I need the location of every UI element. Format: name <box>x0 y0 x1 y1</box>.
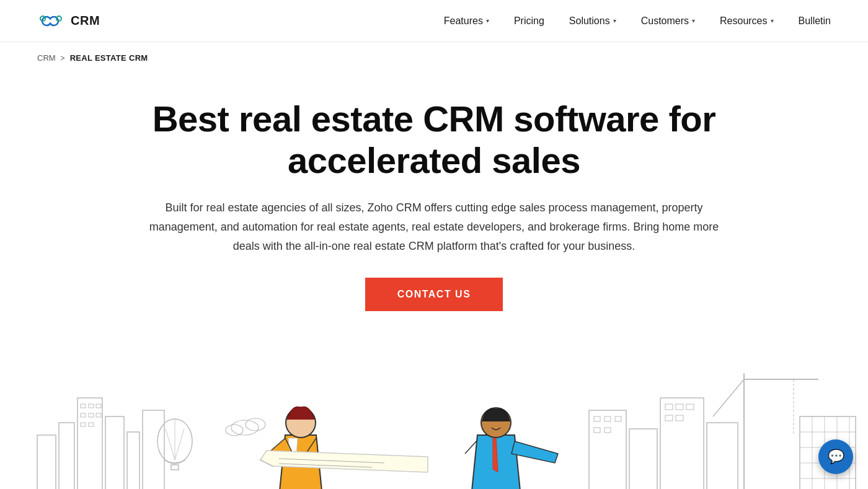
svg-rect-36 <box>604 428 611 433</box>
breadcrumb-current: REAL ESTATE CRM <box>70 53 148 63</box>
svg-rect-30 <box>660 398 704 489</box>
svg-rect-7 <box>143 410 164 489</box>
svg-rect-32 <box>594 416 600 421</box>
nav-pricing[interactable]: Pricing <box>514 15 544 27</box>
svg-rect-13 <box>96 413 101 417</box>
svg-rect-37 <box>665 404 673 410</box>
contact-us-button[interactable]: CONTACT US <box>365 278 503 311</box>
hero-title: Best real estate CRM software for accele… <box>124 99 744 181</box>
svg-rect-15 <box>89 423 94 426</box>
svg-rect-14 <box>81 423 86 426</box>
svg-rect-29 <box>629 429 657 489</box>
logo[interactable]: CRM <box>37 12 100 30</box>
svg-line-20 <box>175 429 184 460</box>
customers-chevron-icon: ▾ <box>692 17 695 24</box>
hero-subtitle: Built for real estate agencies of all si… <box>149 198 719 255</box>
hero-section: Best real estate CRM software for accele… <box>0 74 868 336</box>
header: CRM Features ▾ Pricing Solutions ▾ Custo… <box>0 0 868 42</box>
logo-icon <box>37 12 64 30</box>
svg-rect-8 <box>81 404 86 408</box>
svg-point-23 <box>226 425 243 436</box>
svg-rect-10 <box>96 404 101 408</box>
resources-chevron-icon: ▾ <box>771 17 774 24</box>
illustration-svg <box>0 336 868 489</box>
svg-rect-9 <box>89 404 94 408</box>
svg-line-44 <box>713 379 744 416</box>
svg-rect-11 <box>81 413 86 417</box>
nav-solutions[interactable]: Solutions ▾ <box>569 15 616 27</box>
svg-rect-4 <box>78 398 102 489</box>
logo-text: CRM <box>71 14 100 28</box>
svg-rect-34 <box>615 416 621 421</box>
svg-rect-28 <box>589 410 626 489</box>
svg-rect-12 <box>89 413 94 417</box>
nav-resources[interactable]: Resources ▾ <box>720 15 773 27</box>
chat-icon: 💬 <box>828 449 844 465</box>
svg-rect-41 <box>676 415 683 421</box>
features-chevron-icon: ▾ <box>486 17 489 24</box>
svg-rect-3 <box>59 423 74 489</box>
svg-line-19 <box>166 429 175 460</box>
svg-point-21 <box>231 420 259 435</box>
main-nav: Features ▾ Pricing Solutions ▾ Customers… <box>444 15 831 27</box>
svg-rect-31 <box>707 423 738 489</box>
svg-rect-5 <box>105 416 124 489</box>
svg-rect-6 <box>127 432 140 489</box>
svg-rect-39 <box>686 404 694 410</box>
svg-point-22 <box>246 418 265 431</box>
nav-bulletin[interactable]: Bulletin <box>799 15 831 27</box>
chat-bubble-button[interactable]: 💬 <box>818 439 853 474</box>
breadcrumb-home[interactable]: CRM <box>37 53 56 63</box>
nav-customers[interactable]: Customers ▾ <box>641 15 695 27</box>
solutions-chevron-icon: ▾ <box>613 17 616 24</box>
svg-rect-17 <box>171 465 179 470</box>
breadcrumb-separator: > <box>61 54 65 63</box>
svg-rect-35 <box>594 428 600 433</box>
svg-rect-33 <box>604 416 611 421</box>
hero-illustration <box>0 336 868 489</box>
svg-rect-40 <box>665 415 673 421</box>
svg-rect-38 <box>676 404 683 410</box>
nav-features[interactable]: Features ▾ <box>444 15 489 27</box>
breadcrumb: CRM > REAL ESTATE CRM <box>0 42 868 74</box>
svg-rect-2 <box>37 435 56 489</box>
